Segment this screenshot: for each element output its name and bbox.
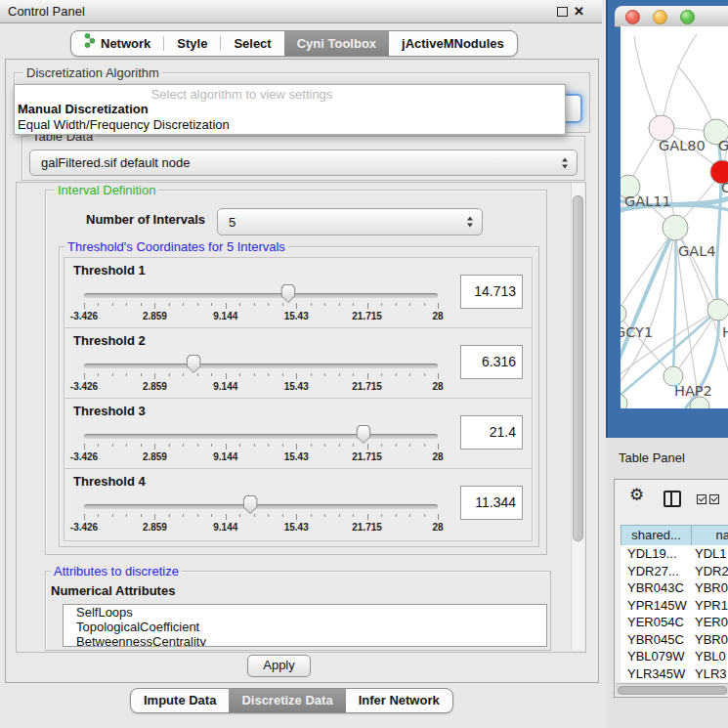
tab-label: jActiveMNodules (402, 32, 504, 56)
slider-tick (424, 373, 425, 376)
tab-style[interactable]: Style (164, 31, 220, 56)
slider-tick-label: 9.144 (213, 311, 237, 321)
slider-tick (339, 514, 340, 517)
float-window-icon[interactable] (557, 7, 568, 17)
threshold-slider-track[interactable] (84, 293, 438, 298)
attribute-list-item[interactable]: SelfLoops (64, 605, 546, 620)
threshold-value-field[interactable]: 11.344 (460, 486, 523, 520)
tab-label: Cyni Toolbox (297, 32, 376, 56)
control-panel-title: Control Panel (8, 0, 85, 22)
table-row[interactable]: YDL19...YDL1 (621, 545, 728, 563)
slider-tick (254, 303, 255, 306)
slider-tick (197, 514, 198, 517)
threshold-row-3: Threshold 3-3.4262.8599.14415.4321.71528… (64, 398, 533, 471)
number-of-intervals-combobox[interactable]: 5 (217, 208, 483, 236)
column-header-name[interactable]: na (692, 525, 728, 546)
table-row[interactable]: YBR043CYBR0 (621, 579, 728, 597)
algorithm-option-manual-discretization[interactable]: Manual Discretization (18, 102, 149, 116)
slider-tick (282, 444, 283, 447)
table-row[interactable]: YLR345WYLR3 (621, 665, 728, 683)
slider-tick (268, 514, 269, 517)
table-row[interactable]: YDR27...YDR2 (621, 563, 728, 580)
threshold-slider-thumb[interactable] (356, 425, 370, 444)
network-node-h[interactable] (707, 299, 728, 321)
slider-tick (112, 514, 113, 517)
slider-tick (169, 514, 170, 517)
table-data-combobox-value: galFiltered.sif default node (41, 150, 190, 175)
table-row[interactable]: YER054CYER0 (621, 614, 728, 631)
slider-tick (324, 373, 325, 376)
window-minimize-traffic-light-icon[interactable] (653, 10, 667, 24)
threshold-slider-track[interactable] (84, 434, 438, 439)
window-close-traffic-light-icon[interactable] (625, 10, 640, 24)
network-node-gcy1[interactable] (621, 304, 626, 323)
table-row[interactable]: YBL079WYBL0 (621, 648, 728, 665)
column-header-shared-name[interactable]: shared... (621, 525, 692, 546)
threshold-slider-thumb[interactable] (187, 355, 201, 373)
hide-all-columns-checkbox-icon[interactable] (709, 494, 719, 504)
slider-tick (197, 373, 198, 376)
cell-shared-name: YLR345W (627, 665, 685, 683)
slider-tick (254, 373, 255, 376)
select-columns-icon[interactable] (664, 491, 681, 507)
tab-select[interactable]: Select (221, 31, 283, 56)
cell-shared-name: YDL19... (627, 545, 677, 563)
table-horizontal-scrollbar-thumb[interactable] (618, 686, 727, 695)
tab-label: Select (234, 32, 271, 56)
algorithm-option-equal-width-frequency-discretization[interactable]: Equal Width/Frequency Discretization (18, 117, 230, 132)
slider-tick-label: 15.43 (284, 311, 309, 321)
slider-tick (154, 303, 155, 309)
network-node-gal4[interactable] (663, 215, 688, 240)
mode-tab-impute-data[interactable]: Impute Data (131, 689, 229, 712)
numerical-attributes-list[interactable]: SelfLoopsTopologicalCoefficientBetweenne… (63, 604, 547, 647)
slider-tick (396, 303, 397, 306)
settings-scrollbar-thumb[interactable] (573, 195, 583, 541)
slider-tick (141, 373, 142, 376)
slider-tick (183, 373, 184, 376)
network-canvas[interactable]: GAL80GACGAL11GAL4GCY1HHAP2 (621, 26, 728, 408)
apply-button[interactable]: Apply (247, 655, 311, 677)
mode-tab-label: Discretize Data (241, 689, 332, 712)
network-window-titlebar[interactable] (615, 6, 728, 27)
network-node-label: GCY1 (621, 324, 653, 340)
threshold-slider-thumb[interactable] (280, 284, 295, 303)
show-all-columns-checkbox-icon[interactable] (697, 494, 707, 504)
attribute-list-item[interactable]: TopologicalCoefficient (64, 620, 546, 634)
slider-tick (396, 444, 397, 447)
tab-cyni-toolbox[interactable]: Cyni Toolbox (284, 31, 389, 56)
threshold-slider-track[interactable] (84, 504, 438, 509)
table-body[interactable]: YDL19...YDL1YDR27...YDR2YBR043CYBR0YPR14… (621, 545, 728, 682)
tab-network[interactable]: Network (71, 31, 163, 56)
slider-tick (84, 444, 85, 450)
window-zoom-traffic-light-icon[interactable] (680, 10, 695, 24)
cell-shared-name: YBR045C (627, 631, 684, 649)
table-row[interactable]: YBR045CYBR0 (621, 631, 728, 649)
slider-tick (353, 514, 354, 517)
cell-name: YDL1 (695, 545, 727, 563)
threshold-label: Threshold 2 (73, 333, 146, 348)
slider-tick (296, 303, 297, 309)
attribute-list-item[interactable]: BetweennessCentrality (64, 634, 546, 647)
table-horizontal-scrollbar[interactable] (616, 683, 728, 695)
threshold-value-field[interactable]: 14.713 (460, 275, 523, 309)
mode-tab-infer-network[interactable]: Infer Network (346, 689, 452, 712)
slider-tick (268, 373, 269, 376)
threshold-slider-thumb[interactable] (243, 495, 258, 514)
slider-tick (226, 444, 227, 450)
slider-tick (282, 514, 283, 517)
slider-tick (367, 514, 368, 520)
slider-tick (282, 303, 283, 306)
tab-jactivemnodules[interactable]: jActiveMNodules (389, 31, 517, 56)
network-node[interactable] (621, 394, 627, 408)
gear-icon[interactable]: ⚙ (629, 487, 644, 503)
slider-tick (367, 303, 368, 309)
threshold-value-field[interactable]: 21.4 (460, 415, 523, 450)
slider-tick (98, 514, 99, 517)
table-data-combobox[interactable]: galFiltered.sif default node (29, 150, 578, 176)
close-icon[interactable]: ✕ (574, 3, 584, 20)
table-row[interactable]: YPR145WYPR1 (621, 597, 728, 615)
mode-tab-discretize-data[interactable]: Discretize Data (229, 689, 345, 712)
threshold-value-field[interactable]: 6.316 (460, 345, 523, 379)
slider-tick (296, 444, 297, 450)
threshold-slider-track[interactable] (84, 364, 438, 368)
